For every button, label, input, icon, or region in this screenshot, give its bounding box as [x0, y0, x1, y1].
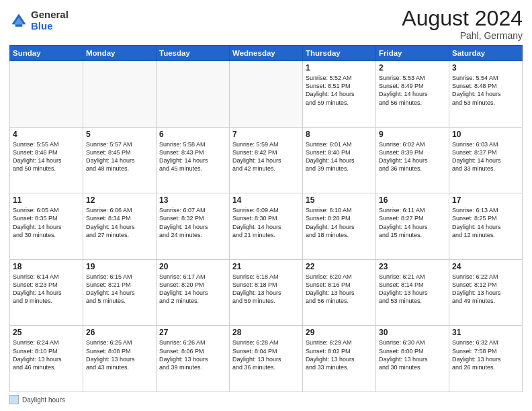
day-info: Sunrise: 5:52 AM Sunset: 8:51 PM Dayligh…	[306, 74, 373, 107]
weekday-header: Saturday	[449, 46, 523, 61]
day-info: Sunrise: 5:53 AM Sunset: 8:49 PM Dayligh…	[379, 74, 446, 107]
calendar-table: SundayMondayTuesdayWednesdayThursdayFrid…	[9, 45, 523, 392]
calendar-cell: 7Sunrise: 5:59 AM Sunset: 8:42 PM Daylig…	[230, 127, 303, 193]
logo-icon	[9, 11, 28, 30]
day-info: Sunrise: 6:01 AM Sunset: 8:40 PM Dayligh…	[306, 140, 373, 173]
day-info: Sunrise: 6:17 AM Sunset: 8:20 PM Dayligh…	[159, 273, 226, 306]
logo-general-text: General	[31, 9, 69, 20]
day-info: Sunrise: 6:03 AM Sunset: 8:37 PM Dayligh…	[452, 140, 519, 173]
day-number: 12	[86, 195, 153, 205]
day-info: Sunrise: 5:55 AM Sunset: 8:46 PM Dayligh…	[13, 140, 80, 173]
calendar-cell: 26Sunrise: 6:25 AM Sunset: 8:08 PM Dayli…	[83, 326, 157, 392]
day-number: 15	[306, 195, 373, 205]
day-number: 10	[452, 130, 519, 139]
calendar-week-row: 4Sunrise: 5:55 AM Sunset: 8:46 PM Daylig…	[10, 127, 523, 193]
day-info: Sunrise: 6:13 AM Sunset: 8:25 PM Dayligh…	[452, 206, 519, 239]
calendar-cell: 19Sunrise: 6:15 AM Sunset: 8:21 PM Dayli…	[83, 259, 157, 326]
calendar-cell: 1Sunrise: 5:52 AM Sunset: 8:51 PM Daylig…	[303, 61, 376, 128]
calendar-cell: 30Sunrise: 6:30 AM Sunset: 8:00 PM Dayli…	[376, 326, 449, 392]
day-info: Sunrise: 6:06 AM Sunset: 8:34 PM Dayligh…	[86, 206, 153, 239]
day-number: 29	[306, 328, 373, 337]
calendar-cell: 6Sunrise: 5:58 AM Sunset: 8:43 PM Daylig…	[157, 127, 230, 193]
footer: Daylight hours	[9, 395, 523, 404]
day-info: Sunrise: 5:58 AM Sunset: 8:43 PM Dayligh…	[159, 140, 226, 173]
day-number: 31	[452, 328, 519, 337]
calendar-cell	[10, 61, 83, 128]
weekday-header: Tuesday	[157, 46, 230, 61]
day-info: Sunrise: 6:21 AM Sunset: 8:14 PM Dayligh…	[379, 273, 446, 306]
day-info: Sunrise: 6:32 AM Sunset: 7:58 PM Dayligh…	[452, 338, 519, 371]
calendar-cell: 16Sunrise: 6:11 AM Sunset: 8:27 PM Dayli…	[376, 193, 449, 260]
day-number: 19	[86, 262, 153, 271]
day-number: 1	[306, 63, 373, 73]
calendar-cell: 31Sunrise: 6:32 AM Sunset: 7:58 PM Dayli…	[449, 326, 523, 392]
title-block: August 2024 Pahl, Germany	[402, 7, 523, 41]
daylight-legend: Daylight hours	[9, 395, 65, 404]
day-info: Sunrise: 6:02 AM Sunset: 8:39 PM Dayligh…	[379, 140, 446, 173]
calendar-cell: 22Sunrise: 6:20 AM Sunset: 8:16 PM Dayli…	[303, 259, 376, 326]
weekday-header: Thursday	[303, 46, 376, 61]
day-info: Sunrise: 6:11 AM Sunset: 8:27 PM Dayligh…	[379, 206, 446, 239]
day-info: Sunrise: 6:24 AM Sunset: 8:10 PM Dayligh…	[13, 338, 80, 371]
calendar-cell: 4Sunrise: 5:55 AM Sunset: 8:46 PM Daylig…	[10, 127, 83, 193]
day-number: 13	[159, 195, 226, 205]
day-info: Sunrise: 6:14 AM Sunset: 8:23 PM Dayligh…	[13, 273, 80, 306]
day-info: Sunrise: 6:18 AM Sunset: 8:18 PM Dayligh…	[232, 273, 300, 306]
calendar-cell: 15Sunrise: 6:10 AM Sunset: 8:28 PM Dayli…	[303, 193, 376, 260]
day-info: Sunrise: 6:28 AM Sunset: 8:04 PM Dayligh…	[232, 338, 300, 371]
weekday-header: Sunday	[10, 46, 83, 61]
day-number: 26	[86, 328, 153, 337]
weekday-header: Wednesday	[230, 46, 303, 61]
calendar-cell: 8Sunrise: 6:01 AM Sunset: 8:40 PM Daylig…	[303, 127, 376, 193]
location: Pahl, Germany	[402, 30, 523, 41]
day-number: 7	[232, 130, 300, 139]
calendar-cell	[230, 61, 303, 128]
day-info: Sunrise: 6:07 AM Sunset: 8:32 PM Dayligh…	[159, 206, 226, 239]
calendar-cell: 5Sunrise: 5:57 AM Sunset: 8:45 PM Daylig…	[83, 127, 157, 193]
calendar-cell: 11Sunrise: 6:05 AM Sunset: 8:35 PM Dayli…	[10, 193, 83, 260]
calendar-cell: 3Sunrise: 5:54 AM Sunset: 8:48 PM Daylig…	[449, 61, 523, 128]
page: General Blue August 2024 Pahl, Germany S…	[0, 0, 532, 411]
day-info: Sunrise: 6:15 AM Sunset: 8:21 PM Dayligh…	[86, 273, 153, 306]
day-number: 16	[379, 195, 446, 205]
weekday-header: Monday	[83, 46, 157, 61]
calendar-week-row: 1Sunrise: 5:52 AM Sunset: 8:51 PM Daylig…	[10, 61, 523, 128]
day-number: 28	[232, 328, 300, 337]
calendar-cell: 10Sunrise: 6:03 AM Sunset: 8:37 PM Dayli…	[449, 127, 523, 193]
calendar-cell: 13Sunrise: 6:07 AM Sunset: 8:32 PM Dayli…	[157, 193, 230, 260]
day-number: 6	[159, 130, 226, 139]
day-info: Sunrise: 6:25 AM Sunset: 8:08 PM Dayligh…	[86, 338, 153, 371]
day-number: 9	[379, 130, 446, 139]
day-info: Sunrise: 6:26 AM Sunset: 8:06 PM Dayligh…	[159, 338, 226, 371]
day-number: 20	[159, 262, 226, 271]
calendar-cell: 12Sunrise: 6:06 AM Sunset: 8:34 PM Dayli…	[83, 193, 157, 260]
calendar-cell: 29Sunrise: 6:29 AM Sunset: 8:02 PM Dayli…	[303, 326, 376, 392]
daylight-label: Daylight hours	[22, 396, 65, 404]
calendar-cell	[83, 61, 157, 128]
month-title: August 2024	[402, 7, 523, 30]
calendar-cell: 14Sunrise: 6:09 AM Sunset: 8:30 PM Dayli…	[230, 193, 303, 260]
calendar-week-row: 11Sunrise: 6:05 AM Sunset: 8:35 PM Dayli…	[10, 193, 523, 260]
day-info: Sunrise: 5:59 AM Sunset: 8:42 PM Dayligh…	[232, 140, 300, 173]
logo: General Blue	[9, 9, 69, 32]
day-number: 8	[306, 130, 373, 139]
day-number: 22	[306, 262, 373, 271]
day-info: Sunrise: 6:05 AM Sunset: 8:35 PM Dayligh…	[13, 206, 80, 239]
day-number: 14	[232, 195, 300, 205]
calendar-week-row: 18Sunrise: 6:14 AM Sunset: 8:23 PM Dayli…	[10, 259, 523, 326]
calendar-cell: 28Sunrise: 6:28 AM Sunset: 8:04 PM Dayli…	[230, 326, 303, 392]
day-number: 5	[86, 130, 153, 139]
calendar-cell	[157, 61, 230, 128]
daylight-box	[9, 395, 19, 404]
day-info: Sunrise: 6:20 AM Sunset: 8:16 PM Dayligh…	[306, 273, 373, 306]
calendar-cell: 25Sunrise: 6:24 AM Sunset: 8:10 PM Dayli…	[10, 326, 83, 392]
calendar-cell: 24Sunrise: 6:22 AM Sunset: 8:12 PM Dayli…	[449, 259, 523, 326]
day-number: 11	[13, 195, 80, 205]
day-number: 3	[452, 63, 519, 73]
day-number: 25	[13, 328, 80, 337]
weekday-header: Friday	[376, 46, 449, 61]
calendar-cell: 23Sunrise: 6:21 AM Sunset: 8:14 PM Dayli…	[376, 259, 449, 326]
day-number: 24	[452, 262, 519, 271]
day-info: Sunrise: 6:22 AM Sunset: 8:12 PM Dayligh…	[452, 273, 519, 306]
calendar-cell: 20Sunrise: 6:17 AM Sunset: 8:20 PM Dayli…	[157, 259, 230, 326]
